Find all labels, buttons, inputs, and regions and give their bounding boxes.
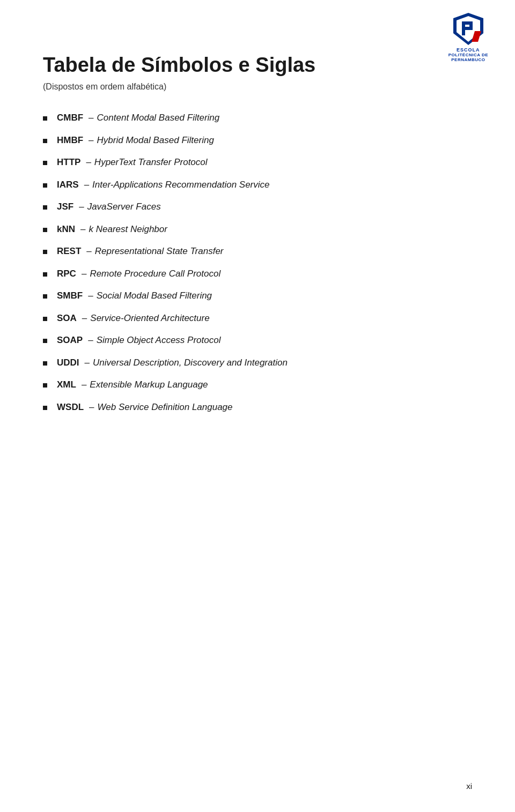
acronym-description: Extensible Markup Language <box>90 378 208 392</box>
acronym-description: k Nearest Neighbor <box>89 222 167 236</box>
acronym-description: Representational State Transfer <box>95 244 224 258</box>
list-item: kNN–k Nearest Neighbor <box>43 222 472 236</box>
list-item: IARS–Inter-Applications Recommendation S… <box>43 178 472 192</box>
acronym-description: Service-Oriented Architecture <box>90 311 209 325</box>
list-item: SOAP–Simple Object Access Protocol <box>43 333 472 347</box>
bullet-icon <box>43 272 47 277</box>
bullet-icon <box>43 228 47 232</box>
svg-rect-4 <box>462 27 469 30</box>
acronym-dash: – <box>89 400 94 414</box>
acronym-description: Universal Description, Discovery and Int… <box>93 356 288 370</box>
list-item: XML–Extensible Markup Language <box>43 378 472 392</box>
acronym-key: XML <box>57 378 76 392</box>
acronym-dash: – <box>89 133 93 147</box>
acronym-key: RPC <box>57 267 76 281</box>
list-item: SMBF–Social Modal Based Filtering <box>43 289 472 303</box>
logo-escola: ESCOLA <box>457 47 480 53</box>
page-subtitle: (Dispostos em ordem alfabética) <box>43 82 472 92</box>
bullet-icon <box>43 205 47 210</box>
acronym-description: JavaServer Faces <box>87 200 161 214</box>
acronym-description: Content Modal Based Filtering <box>97 111 220 125</box>
acronym-dash: – <box>86 155 91 169</box>
acronym-description: Hybrid Modal Based Filtering <box>97 133 214 147</box>
list-item: UDDI–Universal Description, Discovery an… <box>43 356 472 370</box>
svg-rect-5 <box>469 21 473 30</box>
acronym-dash: – <box>88 333 93 347</box>
bullet-icon <box>43 294 47 299</box>
bullet-icon <box>43 139 47 143</box>
acronym-key: SOAP <box>57 333 83 347</box>
acronym-dash: – <box>86 244 91 258</box>
acronym-description: Remote Procedure Call Protocol <box>90 267 220 281</box>
acronym-dash: – <box>82 267 86 281</box>
acronym-dash: – <box>79 200 84 214</box>
acronym-key: JSF <box>57 200 73 214</box>
bullet-icon <box>43 116 47 121</box>
page-number: xi <box>466 781 472 791</box>
page-footer: xi <box>466 781 472 791</box>
acronym-key: UDDI <box>57 356 79 370</box>
acronym-dash: – <box>85 356 90 370</box>
acronym-key: HMBF <box>57 133 83 147</box>
acronym-description: Simple Object Access Protocol <box>97 333 221 347</box>
list-item: JSF–JavaServer Faces <box>43 200 472 214</box>
acronym-dash: – <box>89 111 93 125</box>
list-item: CMBF–Content Modal Based Filtering <box>43 111 472 125</box>
acronym-key: HTTP <box>57 155 80 169</box>
acronym-key: CMBF <box>57 111 83 125</box>
bullet-icon <box>43 339 47 343</box>
bullet-icon <box>43 317 47 321</box>
acronym-description: Inter-Applications Recommendation Servic… <box>92 178 269 192</box>
page-title: Tabela de Símbolos e Siglas <box>43 54 472 77</box>
acronym-key: WSDL <box>57 400 84 414</box>
list-item: REST–Representational State Transfer <box>43 244 472 258</box>
acronym-description: HyperText Transfer Protocol <box>94 155 208 169</box>
bullet-icon <box>43 406 47 410</box>
list-item: WSDL–Web Service Definition Language <box>43 400 472 414</box>
acronym-key: SOA <box>57 311 77 325</box>
acronym-key: kNN <box>57 222 75 236</box>
list-item: HMBF–Hybrid Modal Based Filtering <box>43 133 472 147</box>
acronym-description: Web Service Definition Language <box>98 400 233 414</box>
acronym-key: REST <box>57 244 81 258</box>
logo-area: ESCOLA POLITÉCNICA DE PERNAMBUCO <box>448 11 488 62</box>
acronym-list: CMBF–Content Modal Based FilteringHMBF–H… <box>43 111 472 414</box>
acronym-dash: – <box>82 311 87 325</box>
bullet-icon <box>43 250 47 254</box>
logo-pernambuco: PERNAMBUCO <box>451 57 485 62</box>
list-item: RPC–Remote Procedure Call Protocol <box>43 267 472 281</box>
bullet-icon <box>43 383 47 388</box>
acronym-dash: – <box>82 378 86 392</box>
logo-politecnica: POLITÉCNICA DE <box>448 53 488 57</box>
bullet-icon <box>43 361 47 366</box>
svg-rect-3 <box>462 21 470 25</box>
poli-logo-icon <box>450 11 487 47</box>
acronym-dash: – <box>80 222 85 236</box>
bullet-icon <box>43 183 47 188</box>
bullet-icon <box>43 161 47 165</box>
acronym-dash: – <box>88 289 93 303</box>
list-item: SOA–Service-Oriented Architecture <box>43 311 472 325</box>
page: ESCOLA POLITÉCNICA DE PERNAMBUCO Tabela … <box>0 0 515 812</box>
acronym-description: Social Modal Based Filtering <box>97 289 212 303</box>
acronym-key: IARS <box>57 178 79 192</box>
acronym-key: SMBF <box>57 289 83 303</box>
list-item: HTTP–HyperText Transfer Protocol <box>43 155 472 169</box>
acronym-dash: – <box>84 178 89 192</box>
